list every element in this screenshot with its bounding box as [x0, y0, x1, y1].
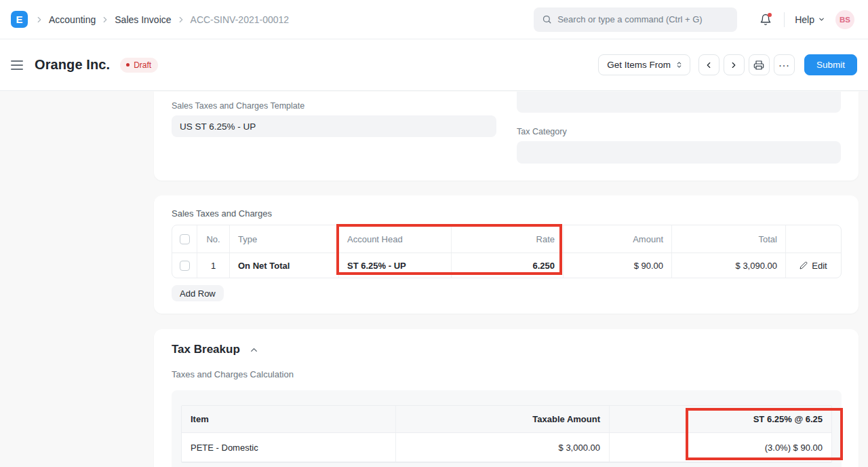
- cell-type[interactable]: On Net Total: [229, 253, 338, 278]
- form-body: Sales Taxes and Charges Template US ST 6…: [0, 91, 868, 467]
- taxes-grid-header: No. Type Account Head Rate Amount Total: [172, 225, 841, 253]
- tax-breakup-title: Tax Breakup: [172, 343, 240, 356]
- app-logo-icon[interactable]: E: [11, 11, 28, 28]
- sales-invoice-page: E Accounting Sales Invoice ACC-SINV-2021…: [0, 0, 868, 467]
- prev-document-button[interactable]: [698, 54, 719, 75]
- navbar-actions: Help BS: [757, 10, 854, 29]
- printer-icon: [753, 60, 764, 71]
- add-row-button[interactable]: Add Row: [172, 285, 224, 301]
- table-row: PETE - Domestic $ 3,000.00 (3.0%) $ 90.0…: [182, 432, 831, 462]
- select-arrows-icon: [675, 61, 683, 69]
- search-input[interactable]: [557, 14, 729, 24]
- page-actions: Get Items From ... Subm: [598, 54, 857, 75]
- col-taxable-amount: Taxable Amount: [395, 406, 609, 432]
- tax-breakup-table: Item Taxable Amount ST 6.25% @ 6.25 PETE…: [181, 405, 832, 463]
- tax-breakup-panel: Item Taxable Amount ST 6.25% @ 6.25 PETE…: [172, 390, 842, 467]
- next-document-button[interactable]: [724, 54, 745, 75]
- status-badge: Draft: [120, 58, 158, 73]
- taxes-template-label: Sales Taxes and Charges Template: [172, 101, 496, 111]
- tax-breakup-section: Tax Breakup Taxes and Charges Calculatio…: [154, 329, 859, 467]
- table-row: 1 On Net Total ST 6.25% - UP 6.250 $ 90.…: [172, 253, 841, 278]
- right-column-fields: Tax Category: [517, 92, 841, 164]
- row-checkbox[interactable]: [180, 261, 190, 271]
- chevron-right-icon: [100, 15, 110, 24]
- more-menu-button[interactable]: ...: [774, 54, 795, 75]
- search-icon: [542, 14, 552, 24]
- cell-no: 1: [197, 253, 229, 278]
- col-rate: Rate: [451, 225, 563, 253]
- status-dot-icon: [126, 63, 130, 67]
- select-all-checkbox[interactable]: [180, 234, 190, 244]
- taxes-template-input[interactable]: US ST 6.25% - UP: [172, 115, 496, 137]
- chevron-right-icon: [729, 60, 738, 70]
- page-title: Orange Inc.: [35, 57, 110, 73]
- taxes-grid: No. Type Account Head Rate Amount Total …: [172, 225, 842, 278]
- global-search[interactable]: [534, 7, 737, 32]
- notifications-bell-icon[interactable]: [757, 12, 774, 28]
- breadcrumb: Accounting Sales Invoice ACC-SINV-2021-0…: [35, 14, 289, 25]
- chevron-left-icon: [704, 60, 713, 70]
- edit-row-button[interactable]: Edit: [800, 261, 827, 271]
- cell-total[interactable]: $ 3,090.00: [671, 253, 785, 278]
- help-menu[interactable]: Help: [795, 14, 825, 25]
- breadcrumb-invoice-id[interactable]: ACC-SINV-2021-00012: [191, 14, 290, 25]
- navbar: E Accounting Sales Invoice ACC-SINV-2021…: [0, 0, 868, 39]
- tax-category-input[interactable]: [517, 141, 841, 164]
- breadcrumb-sales-invoice[interactable]: Sales Invoice: [115, 14, 171, 25]
- cell-tax: (3.0%) $ 90.00: [609, 433, 831, 462]
- page-header: Orange Inc. Draft Get Items From: [0, 39, 868, 91]
- tax-breakup-header: Item Taxable Amount ST 6.25% @ 6.25: [182, 406, 831, 432]
- submit-button[interactable]: Submit: [804, 54, 857, 75]
- pencil-icon: [800, 261, 808, 269]
- sales-taxes-charges-section: Sales Taxes and Charges No. Type Account…: [154, 195, 859, 314]
- get-items-from-button[interactable]: Get Items From: [598, 54, 690, 75]
- cell-account-head[interactable]: ST 6.25% - UP: [338, 253, 451, 278]
- notification-dot: [768, 13, 772, 17]
- col-account-head: Account Head: [338, 225, 451, 253]
- col-total: Total: [671, 225, 785, 253]
- cell-rate[interactable]: 6.250: [451, 253, 563, 278]
- cell-amount[interactable]: $ 90.00: [563, 253, 671, 278]
- user-avatar[interactable]: BS: [835, 10, 854, 29]
- untitled-field-input[interactable]: [517, 92, 841, 113]
- sidebar-toggle-icon[interactable]: [11, 57, 27, 73]
- divider: [784, 12, 785, 27]
- col-item: Item: [182, 406, 395, 432]
- breadcrumb-accounting[interactable]: Accounting: [49, 14, 96, 25]
- col-amount: Amount: [563, 225, 671, 253]
- taxes-template-field: Sales Taxes and Charges Template US ST 6…: [172, 101, 496, 137]
- chevron-right-icon: [176, 15, 186, 24]
- chevron-down-icon: [818, 16, 825, 23]
- tax-template-section: Sales Taxes and Charges Template US ST 6…: [154, 92, 859, 181]
- tax-category-label: Tax Category: [517, 127, 841, 136]
- cell-taxable-amount: $ 3,000.00: [395, 433, 609, 462]
- print-button[interactable]: [749, 54, 770, 75]
- tax-breakup-subtitle: Taxes and Charges Calculation: [172, 369, 841, 379]
- chevron-right-icon: [35, 15, 44, 24]
- collapse-section-button[interactable]: [249, 345, 259, 355]
- col-tax-rate: ST 6.25% @ 6.25: [609, 406, 831, 432]
- cell-item: PETE - Domestic: [182, 433, 395, 462]
- col-type: Type: [229, 225, 338, 253]
- col-no: No.: [197, 225, 229, 253]
- grid-section-label: Sales Taxes and Charges: [172, 208, 841, 219]
- chevron-up-icon: [249, 345, 259, 355]
